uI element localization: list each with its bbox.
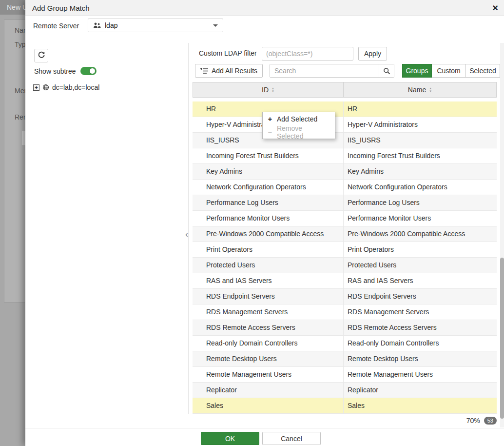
table-cell-id[interactable]: RDS Endpoint Servers <box>193 289 344 304</box>
table-row[interactable]: Performance Log UsersPerformance Log Use… <box>193 195 497 211</box>
show-subtree-toggle[interactable] <box>80 67 97 75</box>
table-body: HRHRHyper-V AdministratorsHyper-V Admini… <box>193 101 497 414</box>
sort-icon: ▲▼ <box>271 87 274 93</box>
table-row[interactable]: SalesSales <box>193 398 497 414</box>
background-box <box>21 131 25 145</box>
scrollbar-thumb[interactable] <box>500 258 504 419</box>
refresh-icon <box>38 51 45 61</box>
table-cell-name[interactable]: Sales <box>344 398 497 414</box>
table-cell-name[interactable]: Network Configuration Operators <box>344 180 497 195</box>
table-cell-name[interactable]: Hyper-V Administrators <box>344 117 497 133</box>
scroll-percent: 70% <box>466 417 480 425</box>
table-cell-name[interactable]: Print Operators <box>344 242 497 258</box>
table-row[interactable]: Key AdminsKey Admins <box>193 164 497 180</box>
add-all-results-button[interactable]: Add All Results <box>195 64 263 78</box>
table-cell-name[interactable]: Remote Desktop Users <box>344 351 497 367</box>
tree-node-root[interactable]: + dc=lab,dc=local <box>33 83 99 91</box>
table-cell-id[interactable]: Performance Monitor Users <box>193 211 344 226</box>
table-cell-id[interactable]: Remote Management Users <box>193 367 344 383</box>
context-menu-add-label: Add Selected <box>277 115 317 123</box>
table-row[interactable]: Incoming Forest Trust BuildersIncoming F… <box>193 148 497 164</box>
scrollbar-track[interactable] <box>500 43 504 427</box>
table-cell-name[interactable]: RAS and IAS Servers <box>344 273 497 289</box>
table-cell-id[interactable]: Incoming Forest Trust Builders <box>193 148 344 164</box>
table-row[interactable]: RDS Management ServersRDS Management Ser… <box>193 304 497 320</box>
show-subtree-row: Show subtree <box>34 67 97 75</box>
table-cell-name[interactable]: Pre-Windows 2000 Compatible Access <box>344 226 497 242</box>
toggle-knob <box>89 68 96 74</box>
table-cell-name[interactable]: HR <box>344 101 497 117</box>
chevron-down-icon <box>213 24 218 27</box>
table-cell-id[interactable]: RDS Management Servers <box>193 304 344 320</box>
table-row[interactable]: Hyper-V AdministratorsHyper-V Administra… <box>193 117 497 133</box>
table-row[interactable]: ReplicatorReplicator <box>193 383 497 398</box>
table-row[interactable]: Print OperatorsPrint Operators <box>193 242 497 258</box>
refresh-button[interactable] <box>34 49 48 62</box>
context-menu-item-add-selected[interactable]: + Add Selected <box>263 112 335 125</box>
apply-button[interactable]: Apply <box>358 47 387 61</box>
column-header-name[interactable]: Name ▲▼ <box>343 82 497 98</box>
table-row[interactable]: Remote Management UsersRemote Management… <box>193 367 497 383</box>
plus-icon: + <box>267 115 273 123</box>
table-row[interactable]: Read-only Domain ControllersRead-only Do… <box>193 336 497 351</box>
search-input[interactable] <box>270 64 379 77</box>
add-group-match-dialog: Add Group Match × Remote Server ldap Sho… <box>25 0 504 446</box>
cancel-button[interactable]: Cancel <box>262 432 321 445</box>
table-row[interactable]: Protected UsersProtected Users <box>193 258 497 273</box>
remote-server-select[interactable]: ldap <box>88 19 223 32</box>
remote-server-label: Remote Server <box>33 22 79 30</box>
ldap-filter-label: Custom LDAP filter <box>199 49 257 57</box>
table-cell-name[interactable]: Replicator <box>344 383 497 398</box>
table-cell-id[interactable]: Key Admins <box>193 164 344 180</box>
table-cell-name[interactable]: Remote Management Users <box>344 367 497 383</box>
table-row[interactable]: Network Configuration OperatorsNetwork C… <box>193 180 497 195</box>
table-cell-id[interactable]: RAS and IAS Servers <box>193 273 344 289</box>
table-row[interactable]: RDS Remote Access ServersRDS Remote Acce… <box>193 320 497 336</box>
close-icon[interactable]: × <box>492 2 498 14</box>
table-cell-id[interactable]: Remote Desktop Users <box>193 351 344 367</box>
table-cell-id[interactable]: Replicator <box>193 383 344 398</box>
table-cell-name[interactable]: Protected Users <box>344 258 497 273</box>
ok-button[interactable]: OK <box>201 432 259 445</box>
context-menu-remove-label: Remove Selected <box>277 124 330 140</box>
table-cell-id[interactable]: Sales <box>193 398 344 414</box>
table-cell-name[interactable]: RDS Endpoint Servers <box>344 289 497 304</box>
column-header-id[interactable]: ID ▲▼ <box>193 82 344 98</box>
table-cell-name[interactable]: RDS Remote Access Servers <box>344 320 497 336</box>
tab-selected[interactable]: Selected <box>466 64 500 78</box>
search-button[interactable] <box>379 64 394 77</box>
column-header-id-label: ID <box>262 86 269 94</box>
table-row[interactable]: Performance Monitor UsersPerformance Mon… <box>193 211 497 226</box>
table-row[interactable]: Pre-Windows 2000 Compatible AccessPre-Wi… <box>193 226 497 242</box>
tree-expand-icon[interactable]: + <box>33 84 39 91</box>
table-cell-name[interactable]: Incoming Forest Trust Builders <box>344 148 497 164</box>
view-switcher: Groups Custom Selected <box>402 64 500 78</box>
table-cell-id[interactable]: Network Configuration Operators <box>193 180 344 195</box>
table-row[interactable]: HRHR <box>193 101 497 117</box>
table-cell-id[interactable]: Performance Log Users <box>193 195 344 211</box>
table-row[interactable]: RDS Endpoint ServersRDS Endpoint Servers <box>193 289 497 304</box>
table-cell-name[interactable]: Performance Monitor Users <box>344 211 497 226</box>
table-cell-id[interactable]: Print Operators <box>193 242 344 258</box>
table-row[interactable]: IIS_IUSRSIIS_IUSRS <box>193 133 497 148</box>
minus-icon: − <box>267 128 273 136</box>
table-cell-name[interactable]: Performance Log Users <box>344 195 497 211</box>
search-icon <box>383 67 390 75</box>
table-row[interactable]: Remote Desktop UsersRemote Desktop Users <box>193 351 497 367</box>
table-cell-name[interactable]: RDS Management Servers <box>344 304 497 320</box>
sort-icon: ▲▼ <box>429 87 432 93</box>
domain-globe-icon <box>42 84 49 91</box>
table-cell-id[interactable]: RDS Remote Access Servers <box>193 320 344 336</box>
table-cell-id[interactable]: Pre-Windows 2000 Compatible Access <box>193 226 344 242</box>
table-cell-name[interactable]: Key Admins <box>344 164 497 180</box>
tab-groups[interactable]: Groups <box>402 64 432 78</box>
table-cell-id[interactable]: Protected Users <box>193 258 344 273</box>
table-cell-id[interactable]: Read-only Domain Controllers <box>193 336 344 351</box>
table-cell-name[interactable]: IIS_IUSRS <box>344 133 497 148</box>
table-status-bar: 70% 53 <box>193 414 497 427</box>
collapse-panel-icon[interactable]: ‹ <box>185 229 188 240</box>
table-row[interactable]: RAS and IAS ServersRAS and IAS Servers <box>193 273 497 289</box>
ldap-filter-input[interactable] <box>262 47 353 61</box>
tab-custom[interactable]: Custom <box>432 64 466 78</box>
table-cell-name[interactable]: Read-only Domain Controllers <box>344 336 497 351</box>
